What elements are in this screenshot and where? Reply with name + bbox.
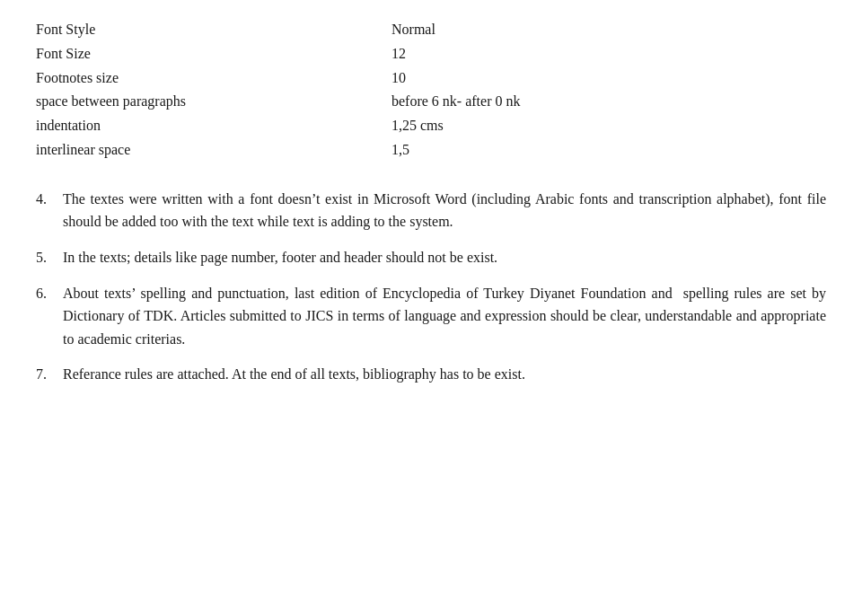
list-item: 7.Referance rules are attached. At the e…	[36, 363, 826, 386]
info-row: Font Size12	[36, 42, 826, 66]
list-item: 5.In the texts; details like page number…	[36, 246, 826, 269]
item-content: The textes were written with a font does…	[63, 188, 826, 233]
info-label: interlinear space	[36, 138, 391, 163]
info-value: Normal	[391, 18, 826, 42]
list-item: 6.About texts’ spelling and punctuation,…	[36, 282, 826, 351]
info-value: 1,25 cms	[391, 114, 826, 138]
info-row: Footnotes size10	[36, 66, 826, 91]
item-number: 5.	[36, 246, 63, 269]
info-row: space between paragraphsbefore 6 nk- aft…	[36, 90, 826, 114]
info-value: 1,5	[391, 138, 826, 163]
item-number: 4.	[36, 188, 63, 211]
info-value: before 6 nk- after 0 nk	[391, 90, 826, 114]
list-item: 4.The textes were written with a font do…	[36, 188, 826, 233]
info-label: Font Size	[36, 42, 391, 66]
info-row: indentation1,25 cms	[36, 114, 826, 138]
info-row: interlinear space1,5	[36, 138, 826, 163]
item-number: 7.	[36, 363, 63, 386]
item-content: Referance rules are attached. At the end…	[63, 363, 826, 386]
item-number: 6.	[36, 282, 63, 305]
info-value: 10	[391, 66, 826, 91]
info-label: Font Style	[36, 18, 391, 42]
info-label: indentation	[36, 114, 391, 138]
item-content: In the texts; details like page number, …	[63, 246, 826, 269]
item-content: About texts’ spelling and punctuation, l…	[63, 282, 826, 351]
info-label: space between paragraphs	[36, 90, 391, 114]
info-label: Footnotes size	[36, 66, 391, 91]
info-table: Font StyleNormalFont Size12Footnotes siz…	[36, 18, 826, 163]
info-row: Font StyleNormal	[36, 18, 826, 42]
info-value: 12	[391, 42, 826, 66]
